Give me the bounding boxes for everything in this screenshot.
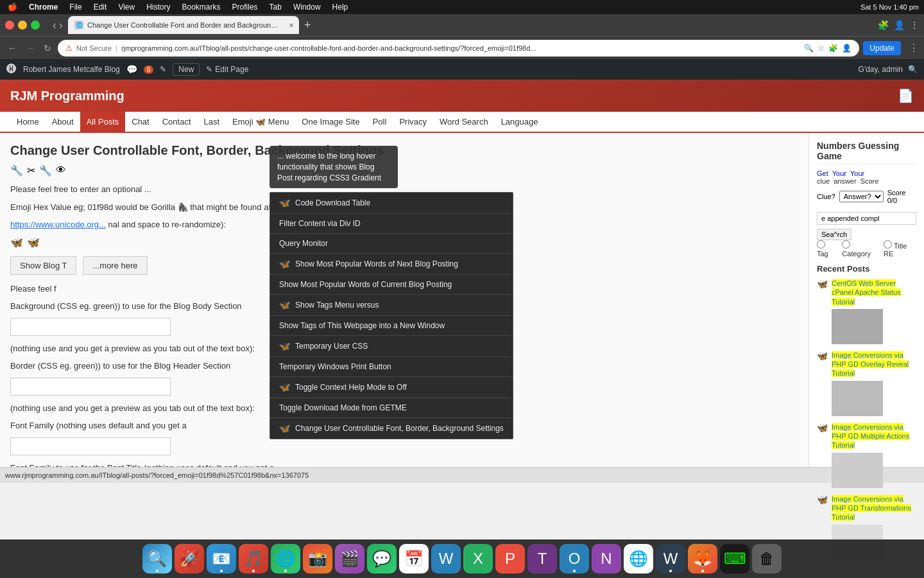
dock-music[interactable]: 🎵 <box>239 544 268 574</box>
new-tab-button[interactable]: + <box>299 19 316 32</box>
dock-finder[interactable]: 🔍 <box>142 544 172 574</box>
active-tab[interactable]: 🌐 Change User Controllable Font and Bord… <box>68 16 299 34</box>
comments-icon[interactable]: 💬 <box>126 64 137 74</box>
bookmark-icon[interactable]: ☆ <box>817 44 825 53</box>
border-input[interactable] <box>10 378 171 396</box>
context-item-temp-css[interactable]: 🦋 Temporary User CSS <box>270 336 513 357</box>
tab-close-button[interactable]: ✕ <box>289 22 294 29</box>
context-item-toggle-download[interactable]: Toggle Download Mode from GETME <box>270 398 513 418</box>
post-link-3[interactable]: Image Conversions via PHP GD Multiple Ac… <box>832 423 909 450</box>
new-button[interactable]: New <box>173 63 200 76</box>
dock-photos[interactable]: 📸 <box>303 544 332 574</box>
bookmarks-menu[interactable]: Bookmarks <box>180 3 223 12</box>
post-link-4[interactable]: Image Conversions via PHP GD Transformat… <box>832 495 911 521</box>
context-item-popular-current[interactable]: Show Most Popular Words of Current Blog … <box>270 275 513 295</box>
radio-category[interactable] <box>842 240 850 249</box>
dock-safari[interactable]: 🌐 <box>271 544 300 574</box>
dock-powerpoint[interactable]: P <box>495 544 525 574</box>
minimize-button[interactable] <box>18 21 27 30</box>
profile-avatar[interactable]: 👤 <box>842 44 851 53</box>
nav-chat[interactable]: Chat <box>125 112 155 132</box>
nav-home[interactable]: Home <box>10 112 46 132</box>
nav-one-image-site[interactable]: One Image Site <box>295 112 366 132</box>
nav-language[interactable]: Language <box>495 112 545 132</box>
context-item-tags-menu[interactable]: 🦋 Show Tags Menu versus <box>270 295 513 316</box>
post-link-1[interactable]: CentOS Web Server cPanel Apache Status T… <box>832 279 901 306</box>
dock-onenote[interactable]: N <box>592 544 621 574</box>
font-family-input[interactable] <box>10 437 171 455</box>
close-button[interactable] <box>5 21 14 30</box>
context-item-popular-next[interactable]: 🦋 Show Most Popular Words of Next Blog P… <box>270 254 513 275</box>
dock-chrome[interactable]: 🌐 <box>624 544 653 574</box>
edit-menu[interactable]: Edit <box>91 3 110 12</box>
nav-emoji-menu[interactable]: Emoji 🦋 Menu <box>226 112 295 132</box>
dock-trash[interactable]: 🗑 <box>752 544 782 574</box>
radio-tag[interactable] <box>817 240 825 249</box>
emoji-link[interactable]: https://www.unicode.org... <box>10 220 106 229</box>
window-menu[interactable]: Window <box>291 3 323 12</box>
context-item-tags-window[interactable]: Show Tags of This Webpage into a New Win… <box>270 316 513 336</box>
nav-about[interactable]: About <box>46 112 80 132</box>
address-field[interactable]: ⚠ Not Secure | rjmprogramming.com.au/ITb… <box>58 40 859 57</box>
nav-contact[interactable]: Contact <box>156 112 198 132</box>
dock-word[interactable]: W <box>431 544 461 574</box>
edit-page-icon[interactable]: 📄 <box>898 88 914 103</box>
chrome-menu[interactable]: Chrome <box>26 3 60 12</box>
profile-icon[interactable]: 👤 <box>894 20 905 30</box>
prev-tab-button[interactable]: ‹ <box>53 19 56 32</box>
apple-menu[interactable]: 🍎 <box>5 3 20 12</box>
background-input[interactable] <box>10 318 171 336</box>
dock-messages[interactable]: 💬 <box>367 544 397 574</box>
context-item-change-settings[interactable]: 🦋 Change User Controllable Font, Border,… <box>270 418 513 439</box>
radio-title-re-label[interactable]: Title RE <box>884 240 916 258</box>
dock-launchpad[interactable]: 🚀 <box>175 544 204 574</box>
dock-mail[interactable]: 📧 <box>207 544 236 574</box>
extensions-icon[interactable]: 🧩 <box>878 20 889 30</box>
post-link-2[interactable]: Image Conversions via PHP GD Overlay Rev… <box>832 351 909 378</box>
settings-icon[interactable]: ⋮ <box>910 20 919 30</box>
view-menu[interactable]: View <box>116 3 137 12</box>
more-button[interactable]: ...more here <box>83 256 147 275</box>
site-name[interactable]: Robert James Metcalfe Blog <box>23 65 120 74</box>
answer-select[interactable]: Answer? <box>839 191 884 202</box>
help-menu[interactable]: Help <box>330 3 351 12</box>
radio-category-label[interactable]: Category <box>842 240 878 258</box>
address-text[interactable]: rjmprogramming.com.au/ITblog/all-posts/c… <box>121 44 800 52</box>
context-item-filter[interactable]: Filter Content via Div ID <box>270 214 513 234</box>
extension-icon[interactable]: 🧩 <box>828 44 838 53</box>
search-icon-admin[interactable]: 🔍 <box>908 65 918 74</box>
nav-poll[interactable]: Poll <box>366 112 393 132</box>
nav-last[interactable]: Last <box>198 112 227 132</box>
maximize-button[interactable] <box>31 21 40 30</box>
back-button[interactable]: ← <box>5 42 19 55</box>
dock-movies[interactable]: 🎬 <box>335 544 364 574</box>
context-item-query-monitor[interactable]: Query Monitor <box>270 234 513 254</box>
tab-menu[interactable]: Tab <box>267 3 284 12</box>
radio-title-re[interactable] <box>884 240 892 249</box>
dock-teams[interactable]: T <box>527 544 557 574</box>
profiles-menu[interactable]: Profiles <box>230 3 261 12</box>
context-item-temp-print[interactable]: Temporary Windows Print Button <box>270 357 513 377</box>
edit-pencil-icon[interactable]: ✎ <box>160 65 166 74</box>
file-menu[interactable]: File <box>67 3 84 12</box>
update-button[interactable]: Update <box>863 41 901 55</box>
forward-button[interactable]: → <box>23 42 37 55</box>
dock-terminal[interactable]: ⌨ <box>720 544 749 574</box>
more-options-icon[interactable]: ⋮ <box>905 42 919 54</box>
next-tab-button[interactable]: › <box>59 19 63 32</box>
nav-privacy[interactable]: Privacy <box>393 112 433 132</box>
dock-outlook[interactable]: O <box>560 544 589 574</box>
nav-all-posts[interactable]: All Posts <box>80 112 126 132</box>
context-item-toggle-help[interactable]: 🦋 Toggle Context Help Mode to Off <box>270 377 513 398</box>
radio-tag-label[interactable]: Tag <box>817 240 837 258</box>
nav-word-search[interactable]: Word Search <box>433 112 495 132</box>
search-button[interactable]: Sea^rch <box>817 229 851 240</box>
dock-calendar[interactable]: 📅 <box>399 544 429 574</box>
search-icon[interactable]: 🔍 <box>804 44 814 53</box>
wp-logo-icon[interactable]: 🅦 <box>6 64 17 75</box>
history-menu[interactable]: History <box>144 3 173 12</box>
dock-excel[interactable]: X <box>463 544 493 574</box>
context-item-code-download[interactable]: 🦋 Code Download Table <box>270 193 513 214</box>
edit-page-button[interactable]: ✎ Edit Page <box>206 65 248 74</box>
sidebar-search-input[interactable] <box>817 212 916 225</box>
